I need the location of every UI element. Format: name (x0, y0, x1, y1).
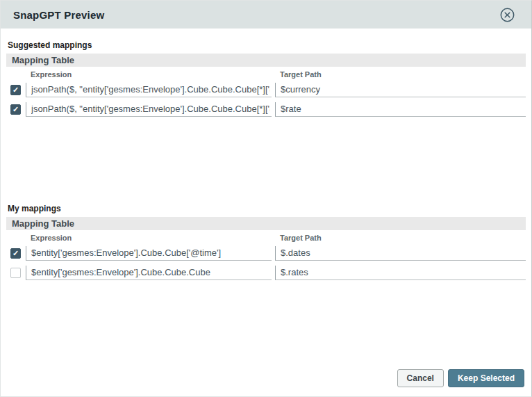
dialog-content: Suggested mappings Mapping Table Express… (1, 40, 531, 282)
dialog-title: SnapGPT Preview (13, 9, 104, 21)
table-row: ✓ (6, 99, 526, 119)
section-heading: Suggested mappings (8, 40, 526, 50)
dialog-header: SnapGPT Preview (1, 1, 531, 29)
column-header-expression: Expression (26, 234, 272, 242)
mapping-table-bar: Mapping Table (6, 217, 526, 230)
expression-input[interactable] (26, 266, 272, 280)
table-row: ✓ (6, 263, 526, 282)
expression-input[interactable] (26, 246, 272, 261)
row-checkbox[interactable]: ✓ (10, 248, 21, 259)
close-icon (500, 8, 515, 22)
expression-input[interactable] (26, 102, 272, 117)
row-checkbox[interactable]: ✓ (10, 85, 21, 95)
mapping-table-title: Mapping Table (12, 218, 74, 229)
dialog-footer: Cancel Keep Selected (397, 369, 524, 387)
expression-input[interactable] (26, 83, 272, 97)
target-path-input[interactable] (275, 102, 526, 117)
column-header-expression: Expression (26, 70, 272, 79)
row-checkbox[interactable]: ✓ (10, 104, 21, 115)
cancel-button[interactable]: Cancel (397, 369, 444, 387)
table-row: ✓ (6, 243, 526, 263)
target-path-input[interactable] (275, 266, 526, 280)
keep-selected-button[interactable]: Keep Selected (448, 369, 524, 387)
column-header-target-path: Target Path (275, 234, 526, 242)
my-mappings-rows: ✓ ✓ (6, 243, 526, 282)
check-icon: ✓ (13, 250, 19, 257)
check-icon: ✓ (13, 86, 19, 94)
mapping-table-title: Mapping Table (12, 55, 74, 65)
table-row: ✓ (6, 80, 526, 99)
check-icon: ✓ (13, 106, 19, 113)
column-headers: Expression Target Path (6, 234, 526, 242)
suggested-mappings-section: Suggested mappings Mapping Table Express… (6, 40, 526, 119)
target-path-input[interactable] (275, 83, 526, 97)
column-header-target-path: Target Path (275, 70, 526, 79)
row-checkbox[interactable]: ✓ (10, 268, 21, 278)
section-heading: My mappings (8, 204, 526, 213)
target-path-input[interactable] (275, 246, 526, 261)
mapping-table-bar: Mapping Table (6, 54, 526, 67)
suggested-mappings-rows: ✓ ✓ (6, 80, 526, 119)
column-headers: Expression Target Path (6, 70, 526, 79)
my-mappings-section: My mappings Mapping Table Expression Tar… (6, 204, 526, 282)
close-button[interactable] (500, 8, 515, 22)
snapgpt-preview-dialog: SnapGPT Preview Suggested mappings Mappi… (0, 0, 532, 397)
